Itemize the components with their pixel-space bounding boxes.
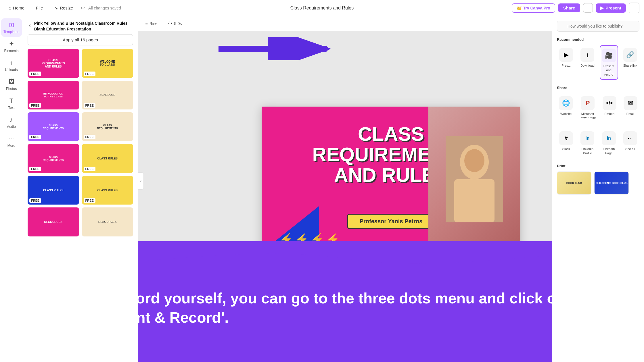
present-record-icon-wrap: 🎥	[602, 49, 616, 62]
free-badge: FREE	[84, 72, 95, 76]
thumb-wrapper: CLASS REQ 1	[143, 330, 177, 360]
left-sidebar: ⊞ Templates ✦ Elements ↑ Uploads 🖼 Photo…	[0, 16, 23, 362]
panel-title: Pink Yellow and Blue Nostalgia Classroom…	[34, 21, 133, 32]
sidebar-item-templates[interactable]: ⊞ Templates	[1, 18, 22, 37]
slide-canvas[interactable]: ⚡⚡⚡⚡ CLASS REQUIREMENTS AND RULES Profes…	[262, 107, 520, 252]
more-icon: ···	[9, 135, 14, 143]
embed-icon: </>	[606, 101, 613, 106]
publish-option-website[interactable]: 🌐 Website	[557, 93, 575, 123]
present-button[interactable]: ▶ Present	[596, 3, 626, 13]
templates-panel: ‹ Pink Yellow and Blue Nostalgia Classro…	[23, 16, 138, 362]
template-card[interactable]: SCHEDULE FREE	[82, 81, 133, 109]
print-section-label: Print	[557, 164, 639, 168]
undo-icon: ↩	[80, 5, 85, 11]
publish-option-see-all[interactable]: ··· See all	[621, 128, 639, 158]
thumbnail-4[interactable]: CLASS RULES	[255, 330, 289, 351]
thumbnail-2[interactable]	[180, 332, 214, 352]
sidebar-item-more[interactable]: ··· More	[1, 132, 22, 151]
template-card[interactable]: CLASSREQUIREMENTS FREE	[28, 112, 79, 141]
publish-option-powerpoint[interactable]: P Microsoft PowerPoint	[578, 93, 597, 123]
transition-label: Rise	[150, 21, 158, 26]
file-button[interactable]: File	[32, 3, 47, 12]
recommended-row: ▶ Pres... ↓ Download 🎥 Present and recor…	[557, 45, 639, 80]
see-all-label: See all	[625, 147, 635, 151]
share-button[interactable]: Share	[558, 3, 580, 12]
publish-option-linkedin-profile[interactable]: in LinkedIn Profile	[578, 128, 597, 158]
free-badge: FREE	[84, 135, 95, 139]
resize-button[interactable]: ⤡ Resize	[50, 3, 77, 13]
share-section-label: Share	[557, 86, 639, 90]
template-card[interactable]: CLASSREQUIREMENTSAND RULES FREE	[28, 49, 79, 78]
transition-button[interactable]: ≈ Rise	[143, 20, 160, 28]
topnav: ⌂ Home File ⤡ Resize ↩ All changes saved…	[0, 0, 644, 16]
topnav-left: ⌂ Home File ⤡ Resize ↩ All changes saved	[5, 3, 163, 13]
panel-back-button[interactable]: ‹	[28, 21, 32, 30]
template-card[interactable]: CLASSREQUIREMENTS FREE	[28, 144, 79, 173]
svg-point-2	[464, 149, 484, 172]
slide-photo-inner	[428, 107, 520, 252]
publish-option-linkedin-page[interactable]: in LinkedIn Page	[600, 128, 618, 158]
recommended-label: Recommended	[557, 37, 639, 42]
template-card[interactable]: CLASS RULES FREE	[28, 176, 79, 205]
template-card[interactable]: RESOURCES	[82, 207, 133, 236]
publish-option-email[interactable]: ✉ Email	[621, 93, 639, 123]
linkedin-page-icon-wrap: in	[602, 131, 616, 145]
publish-option-embed[interactable]: </> Embed	[600, 93, 618, 123]
share-row-2: # Slack in LinkedIn Profile in LinkedIn …	[557, 128, 639, 158]
publish-search-wrapper: 🔍	[557, 21, 639, 32]
share-row: 🌐 Website P Microsoft PowerPoint </> Emb…	[557, 93, 639, 123]
document-title: Class Requirements and Rules	[290, 5, 354, 11]
linkedin-page-label: LinkedIn Page	[601, 147, 616, 155]
timer-button[interactable]: ⏱ 5.0s	[165, 19, 185, 28]
template-card[interactable]: CLASS RULES FREE	[82, 176, 133, 205]
powerpoint-icon: P	[586, 99, 590, 107]
free-badge: FREE	[84, 103, 95, 108]
publish-search-input[interactable]	[557, 21, 639, 32]
thumbnail-1[interactable]: CLASS REQ	[143, 330, 177, 351]
try-canva-pro-button[interactable]: 👑 Try Canva Pro	[512, 3, 555, 13]
resize-label: Resize	[60, 5, 73, 10]
text-icon: T	[9, 97, 13, 105]
thumbnail-6[interactable]: THANK YOU	[329, 332, 364, 352]
publish-option-download[interactable]: ↓ Download	[578, 45, 597, 80]
thumb-wrapper: CLASS RULES 4	[255, 330, 289, 360]
see-all-icon: ···	[628, 134, 633, 142]
try-pro-label: Try Canva Pro	[523, 6, 550, 10]
sidebar-item-text[interactable]: T Text	[1, 94, 22, 113]
panel-collapse-handle[interactable]: ‹	[138, 172, 144, 190]
thumbnail-5[interactable]: RESOURCES	[292, 330, 327, 351]
print-card-2[interactable]: CHILDREN'S BOOK CLUB	[594, 172, 629, 195]
template-card[interactable]: WELCOMETO CLASS! FREE	[82, 49, 133, 78]
template-card[interactable]: CLASS RULES FREE	[82, 144, 133, 173]
publish-option-present-record[interactable]: 🎥 Present and record	[600, 45, 618, 80]
sidebar-item-uploads[interactable]: ↑ Uploads	[1, 56, 22, 75]
template-card[interactable]: INTRODUCTIONTO THE CLASS FREE	[28, 81, 79, 109]
transition-icon: ≈	[145, 21, 148, 26]
print-card-1[interactable]: BOOK CLUB	[557, 172, 591, 195]
publish-option-slack[interactable]: # Slack	[557, 128, 575, 158]
sidebar-item-photos[interactable]: 🖼 Photos	[1, 75, 22, 94]
topnav-center: Class Requirements and Rules	[163, 5, 481, 11]
present-label: Present	[605, 5, 621, 10]
more-options-button[interactable]: ···	[629, 3, 639, 13]
website-icon: 🌐	[562, 99, 570, 107]
sidebar-item-audio[interactable]: ♪ Audio	[1, 113, 22, 132]
resize-icon: ⤡	[54, 5, 58, 11]
sidebar-label-audio: Audio	[7, 125, 16, 129]
download-button[interactable]: ↓	[583, 3, 593, 13]
slide-photo	[428, 107, 520, 252]
elements-icon: ✦	[9, 40, 14, 48]
sidebar-item-elements[interactable]: ✦ Elements	[1, 37, 22, 56]
publish-option-present[interactable]: ▶ Pres...	[557, 45, 575, 80]
home-button[interactable]: ⌂ Home	[5, 3, 28, 12]
template-card[interactable]: RESOURCES	[28, 207, 79, 236]
free-badge: FREE	[29, 198, 41, 203]
thumbnail-3[interactable]	[217, 332, 252, 352]
publish-option-share-link[interactable]: 🔗 Share link	[621, 45, 639, 80]
template-card[interactable]: CLASSREQUIREMENTS FREE	[82, 112, 133, 141]
website-icon-wrap: 🌐	[559, 96, 573, 110]
apply-all-button[interactable]: Apply all 16 pages	[28, 34, 133, 45]
share-link-icon: 🔗	[626, 51, 634, 59]
home-icon: ⌂	[9, 5, 11, 10]
thumb-wrapper: THANK YOU	[329, 332, 364, 359]
